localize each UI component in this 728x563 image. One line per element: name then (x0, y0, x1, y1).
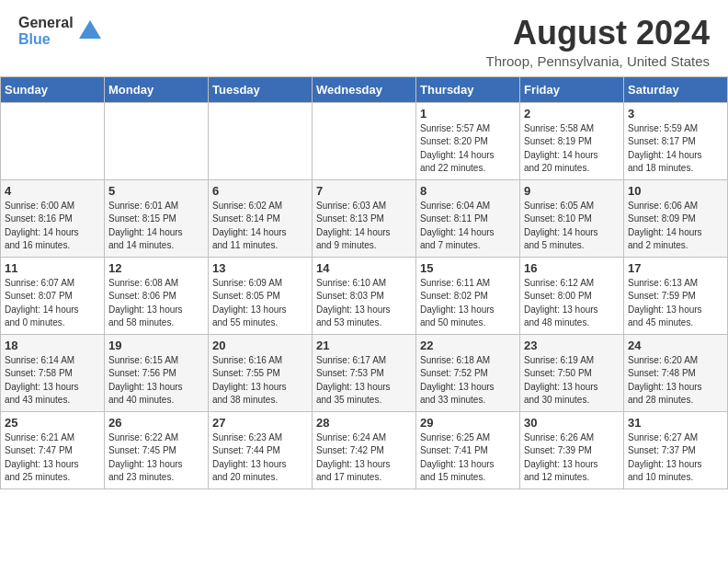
day-number: 29 (420, 416, 516, 430)
calendar-cell: 5Sunrise: 6:01 AM Sunset: 8:15 PM Daylig… (105, 179, 209, 257)
calendar-cell: 18Sunrise: 6:14 AM Sunset: 7:58 PM Dayli… (1, 334, 105, 411)
cell-content: Sunrise: 6:19 AM Sunset: 7:50 PM Dayligh… (524, 354, 620, 408)
calendar-cell: 17Sunrise: 6:13 AM Sunset: 7:59 PM Dayli… (624, 257, 728, 334)
day-number: 4 (5, 184, 100, 198)
day-number: 23 (524, 339, 620, 352)
calendar-cell: 25Sunrise: 6:21 AM Sunset: 7:47 PM Dayli… (1, 411, 105, 488)
cell-content: Sunrise: 6:10 AM Sunset: 8:03 PM Dayligh… (316, 277, 412, 330)
calendar-cell (313, 102, 416, 179)
week-row-1: 1Sunrise: 5:57 AM Sunset: 8:20 PM Daylig… (1, 102, 728, 179)
day-number: 17 (628, 261, 723, 275)
cell-content: Sunrise: 5:57 AM Sunset: 8:20 PM Dayligh… (420, 122, 516, 176)
calendar-cell: 16Sunrise: 6:12 AM Sunset: 8:00 PM Dayli… (520, 257, 624, 334)
calendar-cell: 26Sunrise: 6:22 AM Sunset: 7:45 PM Dayli… (105, 411, 209, 488)
cell-content: Sunrise: 6:13 AM Sunset: 7:59 PM Dayligh… (628, 277, 723, 330)
cell-content: Sunrise: 6:15 AM Sunset: 7:56 PM Dayligh… (108, 354, 204, 408)
calendar-cell: 3Sunrise: 5:59 AM Sunset: 8:17 PM Daylig… (624, 102, 728, 179)
day-number: 28 (316, 416, 412, 430)
day-number: 26 (108, 416, 204, 430)
week-row-3: 11Sunrise: 6:07 AM Sunset: 8:07 PM Dayli… (1, 257, 728, 334)
cell-content: Sunrise: 5:59 AM Sunset: 8:17 PM Dayligh… (628, 122, 723, 176)
cell-content: Sunrise: 6:06 AM Sunset: 8:09 PM Dayligh… (628, 200, 723, 253)
day-number: 16 (524, 261, 620, 275)
day-number: 19 (108, 339, 204, 352)
calendar-cell: 6Sunrise: 6:02 AM Sunset: 8:14 PM Daylig… (209, 179, 313, 257)
day-number: 2 (524, 107, 620, 121)
day-number: 9 (524, 184, 620, 198)
cell-content: Sunrise: 6:18 AM Sunset: 7:52 PM Dayligh… (420, 354, 516, 408)
day-number: 12 (108, 261, 204, 275)
calendar-header: SundayMondayTuesdayWednesdayThursdayFrid… (1, 76, 728, 102)
day-number: 13 (212, 261, 308, 275)
calendar-cell: 20Sunrise: 6:16 AM Sunset: 7:55 PM Dayli… (209, 334, 313, 411)
calendar-cell: 24Sunrise: 6:20 AM Sunset: 7:48 PM Dayli… (624, 334, 728, 411)
cell-content: Sunrise: 5:58 AM Sunset: 8:19 PM Dayligh… (524, 122, 620, 176)
calendar-cell: 21Sunrise: 6:17 AM Sunset: 7:53 PM Dayli… (313, 334, 416, 411)
calendar-body: 1Sunrise: 5:57 AM Sunset: 8:20 PM Daylig… (1, 102, 728, 488)
cell-content: Sunrise: 6:26 AM Sunset: 7:39 PM Dayligh… (524, 431, 620, 485)
logo-blue: Blue (18, 31, 74, 48)
calendar-cell: 30Sunrise: 6:26 AM Sunset: 7:39 PM Dayli… (520, 411, 624, 488)
calendar-cell: 7Sunrise: 6:03 AM Sunset: 8:13 PM Daylig… (313, 179, 416, 257)
logo-icon (77, 18, 103, 44)
header-cell-tuesday: Tuesday (209, 76, 313, 102)
day-number: 14 (316, 261, 412, 275)
cell-content: Sunrise: 6:20 AM Sunset: 7:48 PM Dayligh… (628, 354, 723, 408)
cell-content: Sunrise: 6:14 AM Sunset: 7:58 PM Dayligh… (5, 354, 100, 408)
header-row: SundayMondayTuesdayWednesdayThursdayFrid… (1, 76, 728, 102)
day-number: 15 (420, 261, 516, 275)
calendar-cell: 27Sunrise: 6:23 AM Sunset: 7:44 PM Dayli… (209, 411, 313, 488)
calendar-cell: 8Sunrise: 6:04 AM Sunset: 8:11 PM Daylig… (416, 179, 520, 257)
day-number: 7 (316, 184, 412, 198)
calendar-cell: 14Sunrise: 6:10 AM Sunset: 8:03 PM Dayli… (313, 257, 416, 334)
calendar-cell (105, 102, 209, 179)
calendar-cell: 23Sunrise: 6:19 AM Sunset: 7:50 PM Dayli… (520, 334, 624, 411)
cell-content: Sunrise: 6:12 AM Sunset: 8:00 PM Dayligh… (524, 277, 620, 330)
logo-general: General (18, 15, 74, 31)
calendar-cell (1, 102, 105, 179)
cell-content: Sunrise: 6:04 AM Sunset: 8:11 PM Dayligh… (420, 200, 516, 253)
calendar-cell: 11Sunrise: 6:07 AM Sunset: 8:07 PM Dayli… (1, 257, 105, 334)
calendar-cell: 19Sunrise: 6:15 AM Sunset: 7:56 PM Dayli… (105, 334, 209, 411)
calendar-cell: 2Sunrise: 5:58 AM Sunset: 8:19 PM Daylig… (520, 102, 624, 179)
day-number: 6 (212, 184, 308, 198)
header-cell-friday: Friday (520, 76, 624, 102)
day-number: 25 (5, 416, 100, 430)
title-block: August 2024 Throop, Pennsylvania, United… (486, 15, 710, 69)
day-number: 11 (5, 261, 100, 275)
day-number: 20 (212, 339, 308, 352)
logo: General Blue (18, 15, 103, 47)
month-title: August 2024 (486, 15, 710, 52)
cell-content: Sunrise: 6:02 AM Sunset: 8:14 PM Dayligh… (212, 200, 308, 253)
calendar-cell: 29Sunrise: 6:25 AM Sunset: 7:41 PM Dayli… (416, 411, 520, 488)
day-number: 24 (628, 339, 723, 352)
week-row-5: 25Sunrise: 6:21 AM Sunset: 7:47 PM Dayli… (1, 411, 728, 488)
svg-marker-0 (79, 20, 101, 39)
calendar-cell: 10Sunrise: 6:06 AM Sunset: 8:09 PM Dayli… (624, 179, 728, 257)
calendar-cell: 12Sunrise: 6:08 AM Sunset: 8:06 PM Dayli… (105, 257, 209, 334)
cell-content: Sunrise: 6:00 AM Sunset: 8:16 PM Dayligh… (5, 200, 100, 253)
calendar-cell: 1Sunrise: 5:57 AM Sunset: 8:20 PM Daylig… (416, 102, 520, 179)
cell-content: Sunrise: 6:01 AM Sunset: 8:15 PM Dayligh… (108, 200, 204, 253)
day-number: 1 (420, 107, 516, 121)
calendar-cell: 28Sunrise: 6:24 AM Sunset: 7:42 PM Dayli… (313, 411, 416, 488)
calendar-cell: 9Sunrise: 6:05 AM Sunset: 8:10 PM Daylig… (520, 179, 624, 257)
page-header: General Blue August 2024 Throop, Pennsyl… (0, 0, 728, 73)
header-cell-thursday: Thursday (416, 76, 520, 102)
cell-content: Sunrise: 6:05 AM Sunset: 8:10 PM Dayligh… (524, 200, 620, 253)
calendar-cell: 31Sunrise: 6:27 AM Sunset: 7:37 PM Dayli… (624, 411, 728, 488)
calendar-table: SundayMondayTuesdayWednesdayThursdayFrid… (0, 76, 728, 489)
cell-content: Sunrise: 6:27 AM Sunset: 7:37 PM Dayligh… (628, 431, 723, 485)
day-number: 3 (628, 107, 723, 121)
cell-content: Sunrise: 6:23 AM Sunset: 7:44 PM Dayligh… (212, 431, 308, 485)
header-cell-monday: Monday (105, 76, 209, 102)
header-cell-sunday: Sunday (1, 76, 105, 102)
cell-content: Sunrise: 6:03 AM Sunset: 8:13 PM Dayligh… (316, 200, 412, 253)
calendar-cell: 15Sunrise: 6:11 AM Sunset: 8:02 PM Dayli… (416, 257, 520, 334)
cell-content: Sunrise: 6:25 AM Sunset: 7:41 PM Dayligh… (420, 431, 516, 485)
cell-content: Sunrise: 6:11 AM Sunset: 8:02 PM Dayligh… (420, 277, 516, 330)
day-number: 10 (628, 184, 723, 198)
day-number: 30 (524, 416, 620, 430)
day-number: 31 (628, 416, 723, 430)
cell-content: Sunrise: 6:07 AM Sunset: 8:07 PM Dayligh… (5, 277, 100, 330)
